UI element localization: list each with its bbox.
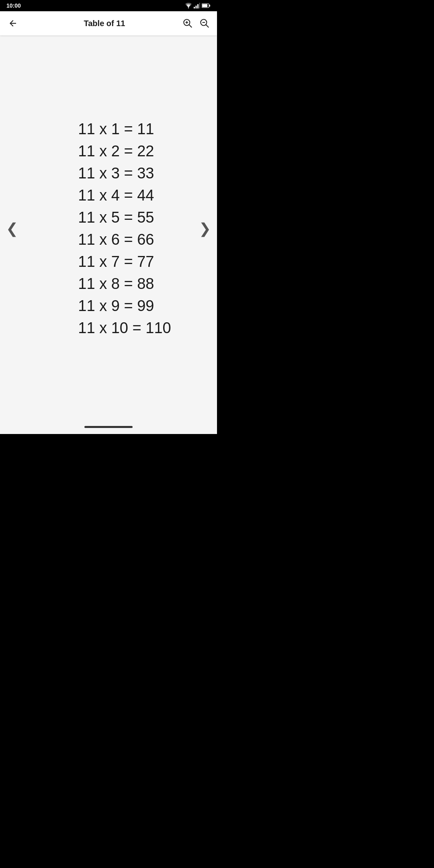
home-indicator <box>84 426 133 428</box>
svg-line-14 <box>206 25 209 27</box>
svg-point-0 <box>188 7 189 8</box>
table-row: 11 x 3 = 33 <box>78 162 154 184</box>
content-area: ❮ 11 x 1 = 1111 x 2 = 2211 x 3 = 3311 x … <box>0 35 217 422</box>
signal-icon <box>194 3 200 8</box>
page-title: Table of 11 <box>84 19 125 28</box>
table-row: 11 x 8 = 88 <box>78 273 154 295</box>
status-icons <box>185 3 211 8</box>
back-button[interactable] <box>5 15 21 31</box>
table-row: 11 x 7 = 77 <box>78 251 154 273</box>
prev-arrow-button[interactable]: ❮ <box>0 213 24 245</box>
app-container: Table of 11 <box>0 11 217 434</box>
svg-rect-3 <box>197 4 199 9</box>
table-row: 11 x 2 = 22 <box>78 140 154 162</box>
next-arrow-icon: ❯ <box>199 220 211 237</box>
multiplication-table: 11 x 1 = 1111 x 2 = 2211 x 3 = 3311 x 4 … <box>38 118 179 340</box>
zoom-out-icon <box>199 18 210 29</box>
svg-rect-6 <box>202 4 207 7</box>
table-row: 11 x 1 = 11 <box>78 118 154 140</box>
svg-rect-1 <box>194 7 195 8</box>
svg-rect-2 <box>196 6 197 8</box>
svg-rect-4 <box>199 3 201 8</box>
back-icon <box>8 18 18 28</box>
table-row: 11 x 4 = 44 <box>78 184 154 207</box>
wifi-icon <box>185 3 192 8</box>
toolbar: Table of 11 <box>0 11 217 35</box>
toolbar-center: Table of 11 <box>29 19 180 28</box>
table-row: 11 x 10 = 110 <box>78 317 171 339</box>
toolbar-left <box>5 15 29 31</box>
svg-rect-7 <box>209 5 211 7</box>
battery-icon <box>202 3 211 8</box>
zoom-in-icon <box>182 18 193 29</box>
table-row: 11 x 5 = 55 <box>78 207 154 229</box>
status-time: 10:00 <box>6 2 21 9</box>
status-bar: 10:00 <box>0 0 217 11</box>
table-row: 11 x 6 = 66 <box>78 229 154 251</box>
table-row: 11 x 9 = 99 <box>78 295 154 317</box>
next-arrow-button[interactable]: ❯ <box>193 213 217 245</box>
zoom-in-button[interactable] <box>180 15 195 31</box>
toolbar-right <box>180 15 212 31</box>
bottom-nav-bar <box>0 422 217 434</box>
prev-arrow-icon: ❮ <box>6 220 18 237</box>
svg-line-11 <box>189 25 192 27</box>
zoom-out-button[interactable] <box>197 15 212 31</box>
